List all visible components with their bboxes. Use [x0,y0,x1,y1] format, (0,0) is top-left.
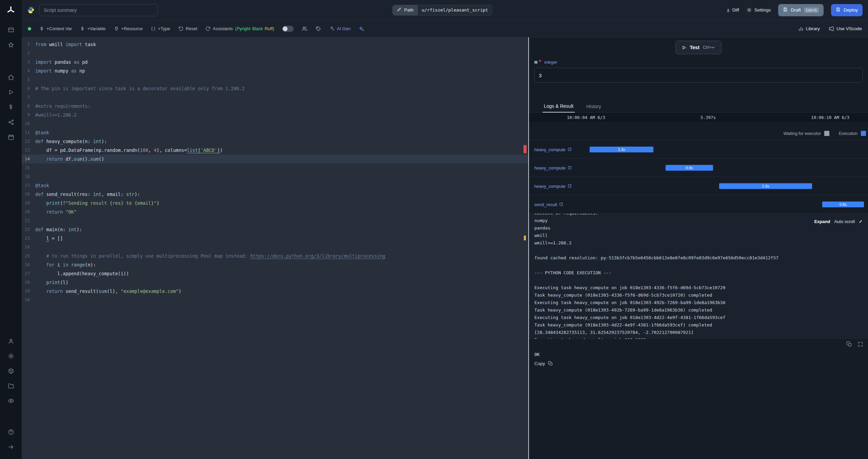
help-icon[interactable] [3,424,18,439]
workers-package-icon[interactable] [3,363,18,378]
schedules-calendar-icon[interactable] [3,129,18,144]
tab-logs-result[interactable]: Logs & Result [542,103,575,113]
run-duration: 5.397s [701,115,716,120]
code-editor[interactable]: 1from wmill import task23import pandas a… [22,37,528,459]
execution-swatch [861,131,866,136]
expand-logs-button[interactable]: Expand [814,219,830,224]
code-line[interactable]: 19 print(f"Sending result {res} to {emai… [22,199,528,207]
code-line[interactable]: 29 return send_result(sum(l), "example@e… [22,287,528,296]
timeline-row: heavy_compute1.3s [529,140,868,159]
folders-icon[interactable] [3,378,18,393]
runs-play-icon[interactable] [3,85,18,100]
logs-viewer[interactable]: content of requirements: numpy pandas wm… [529,214,868,339]
assistant-toggle[interactable] [282,26,294,32]
code-line[interactable]: 4import numpy as np [22,66,528,75]
ai-gen-button[interactable]: AI Gen [329,26,350,31]
add-context-var-button[interactable]: +Context Var [39,26,72,31]
audit-eye-icon[interactable] [3,393,18,408]
tab-history[interactable]: History [585,104,603,112]
resources-hub-icon[interactable] [3,115,18,129]
code-line[interactable]: 14 return df.sum().sum() [22,155,528,163]
path-label: Path [404,7,414,13]
code-line[interactable]: 28 print(l) [22,278,528,287]
code-line[interactable]: 25 # to run things in parallel, simply u… [22,252,528,260]
warning-marker [524,236,526,240]
draft-shortcut: Ctrl+S [804,7,819,13]
task-link[interactable]: heavy_compute [534,147,572,152]
arg-n-input[interactable] [534,68,863,83]
code-line[interactable]: 3import pandas as pd [22,58,528,66]
diff-button[interactable]: ± Diff [727,7,739,13]
code-line[interactable]: 23 l = [] [22,234,528,243]
code-line[interactable]: 18def send_result(res: int, email: str): [22,190,528,199]
code-line[interactable]: 24 [22,243,528,252]
code-line[interactable]: 2 [22,49,528,58]
copy-button[interactable]: Copy [534,361,553,366]
code-line[interactable]: 15 [22,163,528,172]
code-line[interactable]: 22def main(n: int): [22,225,528,234]
code-line[interactable]: 12def heavy_compute(n: int): [22,137,528,146]
tag-icon[interactable] [316,26,321,32]
diff-icon: ± [727,7,729,13]
copy-result-icon[interactable] [846,341,852,347]
settings-gear-icon[interactable] [3,348,18,363]
test-button[interactable]: Test Ctrl+↵ [675,41,721,54]
draft-button[interactable]: Draft Ctrl+S [778,4,824,16]
code-line[interactable]: 5 [22,75,528,84]
external-link-icon [559,202,563,206]
code-line[interactable]: 13 df = pd.DataFrame(np.random.randn(100… [22,146,528,155]
task-link[interactable]: send_result [534,202,563,207]
code-line[interactable]: 10 [22,119,528,128]
add-resource-button[interactable]: +Resource [114,26,143,31]
favorites-star-icon[interactable] [3,37,18,52]
code-line[interactable]: 27 l.append(heavy_compute(i)) [22,269,528,278]
code-line[interactable]: 8#extra_requirements: [22,102,528,111]
code-line[interactable]: 16 [22,172,528,181]
apps-icon[interactable] [3,22,18,37]
run-end-time: 10:06:10 AM 6/3 [811,115,849,120]
add-type-button[interactable]: +Type [151,26,170,31]
user-icon[interactable] [3,334,18,348]
home-icon[interactable] [3,70,18,85]
task-link[interactable]: heavy_compute [534,165,572,170]
path-control[interactable]: Path u/rfiszel/pleasant_script [392,5,492,16]
use-vscode-button[interactable]: Use VScode [829,26,862,32]
topbar-actions: ± Diff Settings Draft Ctrl+S Deploy [727,4,863,16]
sparkles-icon[interactable] [359,26,364,32]
code-line[interactable]: 1from wmill import task [22,40,528,49]
add-variable-button[interactable]: +Variable [80,26,105,31]
collapse-arrow-icon[interactable] [3,439,18,454]
legend-execution-label: Execution [839,131,857,136]
code-line[interactable]: 17@task [22,181,528,190]
code-line[interactable]: 30 [22,296,528,304]
deploy-button[interactable]: Deploy [831,4,863,16]
autoscroll-toggle[interactable]: Auto scroll [834,219,855,224]
code-line[interactable]: 7 [22,93,528,102]
reset-button[interactable]: Reset [178,26,197,31]
line-number: 20 [22,207,35,216]
content: 1from wmill import task23import pandas a… [22,37,868,459]
line-number: 14 [22,155,35,163]
windmill-logo[interactable] [3,3,18,18]
code-line[interactable]: 20 return "OK" [22,207,528,216]
library-button[interactable]: Library [798,26,820,32]
code-line[interactable]: 6# The pin is important since task is a … [22,84,528,93]
code-line[interactable]: 11@task [22,128,528,137]
task-link[interactable]: heavy_compute [534,183,572,188]
plug-icon [114,26,119,31]
settings-button[interactable]: Settings [747,7,771,13]
run-start-time: 10:06:04 AM 6/3 [567,115,605,120]
code-line[interactable]: 26 for i in range(n): [22,260,528,269]
gear-icon [747,7,752,13]
fullscreen-icon[interactable] [857,341,863,347]
assistants-button[interactable]: Assistants (PyrightBlackRuff) [205,26,274,31]
assistants-status: (PyrightBlackRuff) [235,26,274,31]
code-line[interactable]: 21 [22,216,528,225]
result-toolbar [529,339,868,349]
line-number: 22 [22,225,35,234]
script-summary-input[interactable] [39,4,158,16]
sidebar [0,0,22,459]
code-line[interactable]: 9#wmill>=1.286.2 [22,111,528,119]
variables-dollar-icon[interactable] [3,100,18,115]
multiplayer-users-icon[interactable] [302,26,308,32]
